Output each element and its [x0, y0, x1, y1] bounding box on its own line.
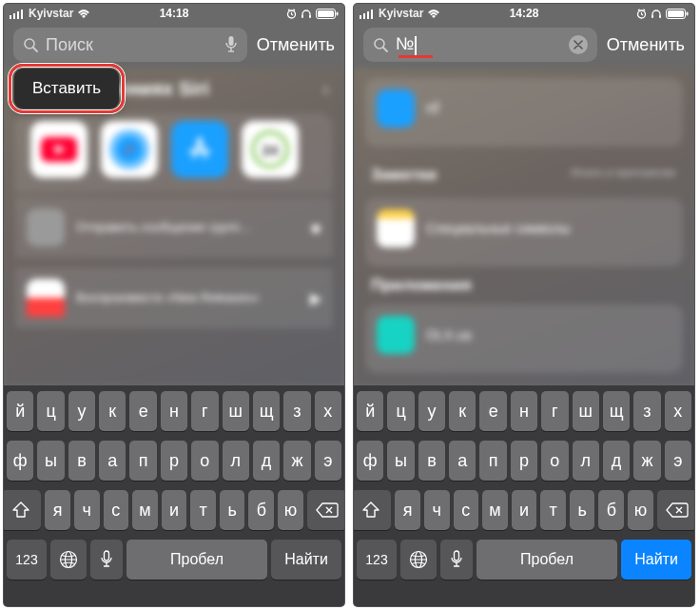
result-top-hit[interactable]: nf: [365, 78, 683, 147]
text-cursor: [415, 36, 417, 55]
return-key[interactable]: Найти: [621, 540, 691, 580]
shift-icon: [361, 502, 380, 519]
key-г[interactable]: г: [541, 391, 568, 431]
key-р[interactable]: р: [511, 441, 537, 481]
key-ш[interactable]: ш: [223, 391, 249, 431]
key-у[interactable]: у: [418, 391, 445, 431]
key-з[interactable]: з: [283, 391, 310, 431]
key-щ[interactable]: щ: [603, 391, 630, 431]
numbers-key[interactable]: 123: [7, 540, 47, 580]
key-б[interactable]: б: [248, 490, 274, 530]
shift-key[interactable]: [4, 490, 41, 530]
key-в[interactable]: в: [68, 441, 95, 481]
globe-key[interactable]: [50, 540, 87, 580]
space-key[interactable]: Пробел: [476, 540, 617, 580]
key-ь[interactable]: ь: [220, 490, 245, 530]
key-в[interactable]: в: [418, 441, 445, 481]
key-м[interactable]: м: [132, 490, 158, 530]
key-ю[interactable]: ю: [278, 490, 303, 530]
key-э[interactable]: э: [315, 441, 341, 481]
backspace-key[interactable]: [657, 490, 694, 530]
key-ы[interactable]: ы: [387, 441, 414, 481]
result-app[interactable]: OLX.ua: [365, 305, 683, 373]
chevron-right-icon[interactable]: ›: [322, 78, 329, 100]
key-о[interactable]: о: [191, 441, 218, 481]
dictation-key[interactable]: [440, 540, 473, 580]
key-ч[interactable]: ч: [424, 490, 450, 530]
key-я[interactable]: я: [395, 490, 420, 530]
key-б[interactable]: б: [598, 490, 624, 530]
key-д[interactable]: д: [253, 441, 280, 481]
key-и[interactable]: и: [162, 490, 187, 530]
cancel-button[interactable]: Отменить: [257, 35, 335, 55]
key-и[interactable]: и: [512, 490, 537, 530]
search-field[interactable]: Поиск: [13, 28, 247, 62]
key-м[interactable]: м: [482, 490, 508, 530]
key-ц[interactable]: ц: [387, 391, 414, 431]
space-key[interactable]: Пробел: [126, 540, 267, 580]
key-х[interactable]: х: [315, 391, 341, 431]
key-е[interactable]: е: [479, 391, 506, 431]
app-safari[interactable]: [101, 121, 158, 178]
key-е[interactable]: е: [129, 391, 156, 431]
key-а[interactable]: а: [99, 441, 126, 481]
cancel-button[interactable]: Отменить: [607, 35, 685, 55]
key-р[interactable]: р: [161, 441, 187, 481]
key-с[interactable]: с: [454, 490, 479, 530]
keyboard: йцукенгшщзхфывапролджэячсмитьбю123Пробел…: [4, 385, 344, 606]
key-й[interactable]: й: [357, 391, 383, 431]
siri-suggestion-2[interactable]: Воспроизвести «New Releases» ▶: [15, 267, 333, 328]
key-ф[interactable]: ф: [357, 441, 383, 481]
key-я[interactable]: я: [45, 490, 70, 530]
siri-suggestion-1[interactable]: Отправить сообщение групп… ●: [15, 197, 333, 258]
clear-button[interactable]: [569, 35, 588, 54]
app-youtube[interactable]: [30, 121, 88, 178]
numbers-key[interactable]: 123: [357, 540, 397, 580]
play-icon: ▶: [310, 289, 321, 307]
app-appstore[interactable]: [171, 121, 228, 178]
globe-key[interactable]: [400, 540, 437, 580]
search-input[interactable]: №: [396, 34, 561, 54]
section-hint[interactable]: Искать в приложении: [571, 167, 675, 178]
key-о[interactable]: о: [541, 441, 568, 481]
key-с[interactable]: с: [104, 490, 129, 530]
svg-rect-5: [301, 15, 303, 18]
key-ч[interactable]: ч: [74, 490, 100, 530]
key-з[interactable]: з: [633, 391, 660, 431]
key-п[interactable]: п: [129, 441, 156, 481]
app-privat24[interactable]: 24: [242, 121, 299, 178]
dictation-icon[interactable]: [224, 35, 238, 54]
key-ь[interactable]: ь: [570, 490, 595, 530]
key-у[interactable]: у: [68, 391, 95, 431]
svg-rect-8: [318, 10, 334, 17]
result-note[interactable]: Специальные символы: [365, 198, 683, 266]
key-н[interactable]: н: [161, 391, 187, 431]
key-а[interactable]: а: [449, 441, 476, 481]
search-input[interactable]: Поиск: [46, 35, 217, 55]
key-э[interactable]: э: [665, 441, 691, 481]
key-ц[interactable]: ц: [37, 391, 64, 431]
key-г[interactable]: г: [191, 391, 218, 431]
key-т[interactable]: т: [540, 490, 566, 530]
key-т[interactable]: т: [190, 490, 216, 530]
key-л[interactable]: л: [573, 441, 599, 481]
return-key[interactable]: Найти: [271, 540, 341, 580]
key-ш[interactable]: ш: [573, 391, 599, 431]
key-н[interactable]: н: [511, 391, 537, 431]
key-п[interactable]: п: [479, 441, 506, 481]
backspace-key[interactable]: [307, 490, 344, 530]
key-щ[interactable]: щ: [253, 391, 280, 431]
key-д[interactable]: д: [603, 441, 630, 481]
key-к[interactable]: к: [449, 391, 476, 431]
shift-key[interactable]: [354, 490, 391, 530]
key-х[interactable]: х: [665, 391, 691, 431]
key-ж[interactable]: ж: [283, 441, 310, 481]
key-ж[interactable]: ж: [633, 441, 660, 481]
key-к[interactable]: к: [99, 391, 126, 431]
key-ю[interactable]: ю: [628, 490, 653, 530]
key-ы[interactable]: ы: [37, 441, 64, 481]
dictation-key[interactable]: [90, 540, 123, 580]
key-й[interactable]: й: [7, 391, 33, 431]
key-ф[interactable]: ф: [7, 441, 33, 481]
key-л[interactable]: л: [223, 441, 249, 481]
